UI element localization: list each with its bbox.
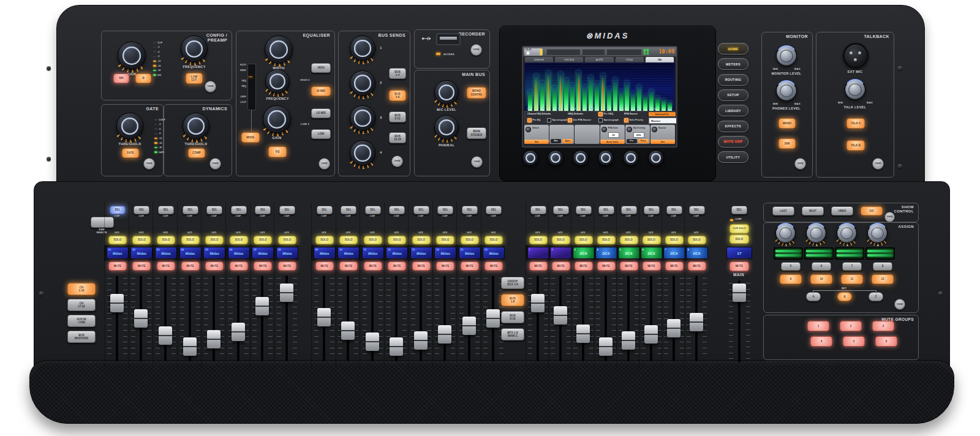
fader-track[interactable] (213, 276, 215, 361)
main-mute-button[interactable]: MUTE (729, 261, 749, 271)
fader-track[interactable] (164, 276, 167, 361)
scene-undo-button[interactable]: UNDO (831, 206, 853, 216)
fader-cap[interactable] (644, 325, 658, 344)
fader-track[interactable] (261, 276, 263, 361)
fader-cap[interactable] (280, 284, 293, 302)
mute-button[interactable]: MUTE (529, 261, 548, 271)
monitor-mono-button[interactable]: MONO (778, 118, 796, 129)
talk-b-button[interactable]: TALK B (846, 140, 865, 151)
sel-button[interactable]: SEL (110, 206, 126, 214)
fader-cap[interactable] (317, 308, 331, 326)
bus-sends-view-button[interactable]: VIEW (391, 156, 403, 167)
main-sel-button[interactable]: SEL (731, 206, 747, 214)
fader-cap[interactable] (341, 321, 355, 340)
tab-channel[interactable]: channel (524, 56, 554, 62)
assign-button-10[interactable]: 10 (810, 274, 832, 284)
sel-button[interactable]: SEL (279, 206, 295, 214)
eq-band-high[interactable]: HIGH (311, 63, 331, 73)
nav-home-button[interactable]: HOME (718, 43, 748, 55)
mc-level-knob[interactable] (434, 80, 459, 105)
sel-button[interactable]: SEL (341, 206, 356, 214)
mute-button[interactable]: MUTE (254, 261, 272, 271)
sel-button[interactable]: SEL (621, 206, 637, 214)
mute-button[interactable]: MUTE (597, 261, 616, 271)
fader-cap[interactable] (554, 306, 567, 325)
fader-cap[interactable] (667, 319, 680, 337)
mute-button[interactable]: MUTE (665, 261, 684, 271)
preamp-frequency-knob[interactable] (181, 36, 208, 62)
eq-width-knob[interactable] (265, 36, 293, 64)
mute-group-2-button[interactable]: 2 (840, 321, 862, 331)
sel-button[interactable]: SEL (598, 206, 614, 214)
fader-cap[interactable] (366, 333, 379, 351)
fader-cap[interactable] (486, 309, 500, 328)
fader-track[interactable] (582, 276, 584, 361)
mono-centre-button[interactable]: MONO CENTRE (467, 87, 486, 99)
main-solo-button[interactable]: SOLO (729, 235, 749, 244)
toggle-pre[interactable]: Pre (627, 139, 637, 143)
checkbox-pre-geq[interactable]: Pre GEQ (598, 112, 613, 116)
fader-cap[interactable] (390, 337, 403, 356)
sel-button[interactable]: SEL (413, 206, 429, 214)
monitor-level-knob[interactable] (776, 45, 797, 66)
sel-button[interactable]: SEL (486, 206, 502, 214)
sel-button[interactable]: SEL (255, 206, 271, 214)
fader-cap[interactable] (134, 309, 148, 328)
display-encoder-5[interactable] (623, 150, 639, 166)
checkbox[interactable] (598, 112, 603, 116)
assign-button-11[interactable]: 11 (841, 274, 863, 284)
fader-cap[interactable] (438, 325, 451, 344)
solo-button[interactable]: SOLO (575, 236, 593, 244)
nav-effects-button[interactable]: EFFECTS (718, 121, 748, 132)
fader-cap[interactable] (576, 325, 590, 343)
solo-button[interactable]: SOLO (181, 236, 200, 244)
nav-mute-grp-button[interactable]: MUTE GRP (718, 136, 748, 148)
checkbox[interactable] (624, 118, 628, 122)
talk-a-button[interactable]: TALK A (846, 118, 865, 129)
monitor-view-button[interactable]: VIEW (794, 158, 806, 170)
scene-go-button[interactable]: GO (861, 206, 883, 216)
assign-encoder-4[interactable] (867, 223, 888, 243)
talkback-view-button[interactable]: VIEW (872, 158, 884, 170)
mute-button[interactable]: MUTE (388, 261, 406, 271)
encoder-cell-action[interactable]: Set (524, 140, 549, 145)
sel-button[interactable]: SEL (576, 206, 592, 214)
tab-inout[interactable]: in/out (615, 56, 644, 62)
solo-button[interactable]: SOLO (278, 236, 296, 244)
fader-cap[interactable] (110, 294, 124, 312)
nav-setup-button[interactable]: SETUP (718, 89, 748, 101)
tab-mixbus[interactable]: mix bus (554, 56, 584, 62)
assign-button-7[interactable]: 7 (842, 262, 862, 271)
mute-group-4-button[interactable]: 4 (810, 336, 832, 347)
gate-threshold-knob[interactable] (116, 113, 143, 140)
dynamics-view-button[interactable]: VIEW (209, 158, 221, 170)
checkbox[interactable] (547, 118, 551, 122)
main-fader-cap[interactable] (733, 284, 746, 302)
assign-encoder-1[interactable] (775, 223, 796, 243)
sel-button[interactable]: SEL (666, 206, 682, 214)
mute-button[interactable]: MUTE (205, 261, 224, 271)
bus-select-button-3[interactable]: BUS 9-12 (389, 111, 406, 122)
comp-button[interactable]: COMP (188, 148, 205, 158)
mute-button[interactable]: MUTE (484, 261, 503, 271)
display-encoder-6[interactable] (648, 150, 664, 166)
checkbox-pre-eq[interactable]: Pre EQ (527, 118, 540, 122)
mute-button[interactable]: MUTE (364, 261, 382, 271)
sel-button[interactable]: SEL (530, 206, 546, 214)
scene-last-button[interactable]: LAST (772, 206, 794, 216)
fader-cap[interactable] (622, 331, 635, 350)
sel-button[interactable]: SEL (158, 206, 174, 214)
recorder-view-button[interactable]: VIEW (470, 44, 482, 56)
eq-band-low[interactable]: LOW (311, 129, 331, 139)
mute-group-3-button[interactable]: 3 (872, 321, 894, 331)
eq-gain-knob[interactable] (263, 105, 291, 133)
fader-cap[interactable] (599, 337, 612, 356)
mute-button[interactable]: MUTE (315, 261, 334, 271)
sel-button[interactable]: SEL (462, 206, 478, 214)
assign-encoder-3[interactable] (837, 223, 857, 243)
bus-select-button-4[interactable]: BUS 13-16 (389, 132, 406, 143)
fader-cap[interactable] (159, 326, 172, 345)
dim-button[interactable]: DIM (778, 138, 796, 149)
mute-button[interactable]: MUTE (230, 261, 248, 271)
low-cut-button[interactable]: LOW CUT (186, 73, 203, 84)
